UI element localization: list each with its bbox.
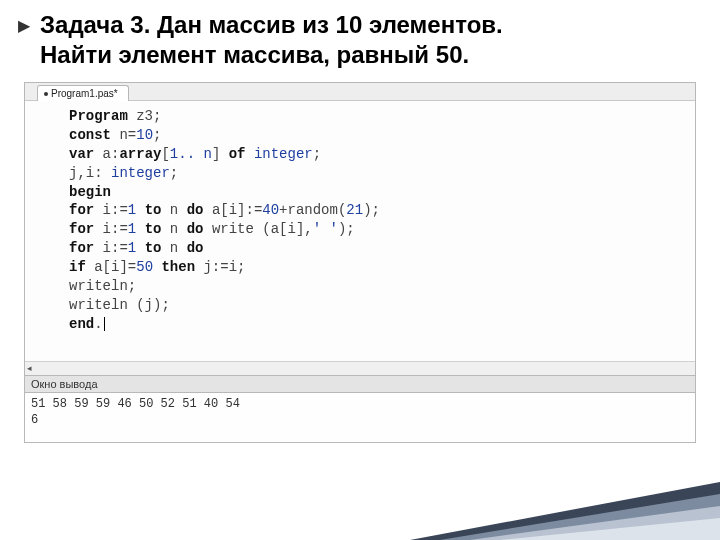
code-num: 10: [136, 127, 153, 143]
code-num: 1: [128, 221, 136, 237]
output-panel-title: Окно вывода: [31, 378, 98, 390]
kw-if: if: [69, 259, 86, 275]
code-text: z3;: [128, 108, 162, 124]
code-text: i:=: [94, 240, 128, 256]
code-text: n: [161, 221, 186, 237]
kw-of: of: [229, 146, 246, 162]
code-num: 1: [128, 202, 136, 218]
kw-const: const: [69, 127, 111, 143]
kw-do: do: [187, 240, 204, 256]
kw-to: to: [145, 221, 162, 237]
code-num: 21: [346, 202, 363, 218]
code-text: a:: [94, 146, 119, 162]
kw-do: do: [187, 221, 204, 237]
svg-marker-2: [470, 506, 720, 540]
code-editor[interactable]: Program z3; const n=10; var a:array[1.. …: [25, 101, 695, 361]
kw-to: to: [145, 240, 162, 256]
code-str: ' ': [313, 221, 338, 237]
output-line: 51 58 59 59 46 50 52 51 40 54: [31, 396, 689, 412]
svg-marker-0: [410, 482, 720, 540]
kw-var: var: [69, 146, 94, 162]
bullet-icon: ▶: [18, 16, 30, 35]
code-text: a[i]=: [86, 259, 136, 275]
title-line1: Задача 3. Дан массив из 10 элементов.: [40, 10, 503, 40]
code-type: integer: [254, 146, 313, 162]
kw-array: array: [119, 146, 161, 162]
kw-to: to: [145, 202, 162, 218]
code-num: 50: [136, 259, 153, 275]
code-type: integer: [111, 165, 170, 181]
code-text: n=: [111, 127, 136, 143]
code-text: .: [94, 316, 102, 332]
svg-marker-1: [440, 494, 720, 540]
file-tab[interactable]: Program1.pas*: [37, 85, 129, 101]
code-text: [246, 146, 254, 162]
code-text: writeln;: [69, 278, 136, 294]
code-text: j,i:: [69, 165, 111, 181]
code-text: );: [338, 221, 355, 237]
horizontal-scrollbar[interactable]: ◂: [25, 361, 695, 375]
code-text: write (a[i],: [203, 221, 312, 237]
tab-label: Program1.pas*: [51, 88, 118, 99]
kw-for: for: [69, 240, 94, 256]
title-line2: Найти элемент массива, равный 50.: [40, 40, 503, 70]
output-panel-header: Окно вывода: [25, 375, 695, 393]
kw-do: do: [187, 202, 204, 218]
tab-bar: Program1.pas*: [25, 83, 695, 101]
kw-for: for: [69, 221, 94, 237]
code-text: );: [363, 202, 380, 218]
code-text: writeln (j);: [69, 297, 170, 313]
unsaved-dot-icon: [44, 92, 48, 96]
code-text: n: [161, 240, 186, 256]
text-cursor-icon: [104, 317, 105, 331]
code-text: ;: [170, 165, 178, 181]
code-text: i:=: [94, 221, 128, 237]
decorative-stripes-icon: [360, 460, 720, 540]
output-line: 6: [31, 412, 689, 428]
code-text: n: [161, 202, 186, 218]
code-num: 1.. n: [170, 146, 212, 162]
code-text: j:=i;: [195, 259, 245, 275]
svg-marker-3: [500, 518, 720, 540]
code-text: ;: [153, 127, 161, 143]
code-text: +random(: [279, 202, 346, 218]
code-text: ;: [313, 146, 321, 162]
scroll-left-icon[interactable]: ◂: [27, 363, 32, 373]
kw-end: end: [69, 316, 94, 332]
kw-for: for: [69, 202, 94, 218]
code-num: 1: [128, 240, 136, 256]
kw-program: Program: [69, 108, 128, 124]
kw-then: then: [161, 259, 195, 275]
code-text: [: [161, 146, 169, 162]
code-text: a[i]:=: [203, 202, 262, 218]
code-text: i:=: [94, 202, 128, 218]
kw-begin: begin: [69, 184, 111, 200]
code-text: ]: [212, 146, 229, 162]
slide-title: Задача 3. Дан массив из 10 элементов. На…: [40, 10, 503, 70]
code-num: 40: [262, 202, 279, 218]
code-text: [136, 221, 144, 237]
code-text: [136, 240, 144, 256]
code-text: [136, 202, 144, 218]
editor-window: Program1.pas* Program z3; const n=10; va…: [24, 82, 696, 443]
output-panel: 51 58 59 59 46 50 52 51 40 54 6: [25, 393, 695, 442]
